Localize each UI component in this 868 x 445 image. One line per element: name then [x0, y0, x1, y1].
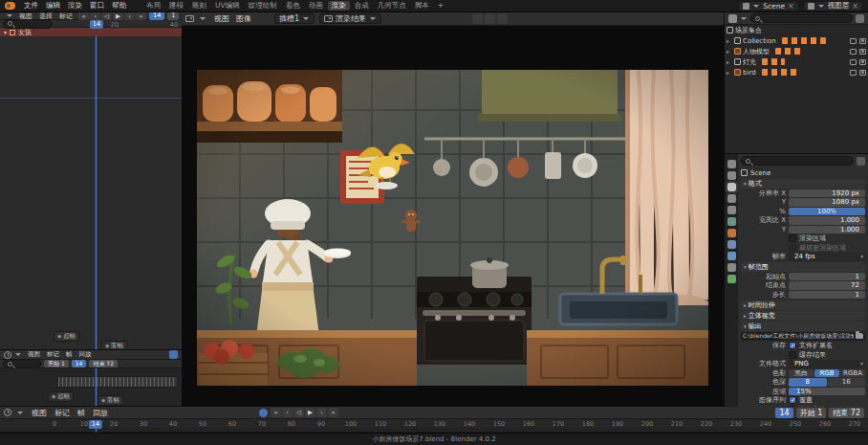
timeline-editor-icon[interactable]: [4, 351, 11, 359]
timeline-menu[interactable]: 标记: [44, 350, 62, 360]
start-frame-field[interactable]: 开始 1: [44, 360, 69, 367]
screen-visibility-icon[interactable]: [850, 59, 857, 65]
disclosure-icon[interactable]: ▸: [727, 69, 732, 76]
frame-start-field[interactable]: 1: [789, 273, 865, 281]
timeline-menu[interactable]: 帧: [75, 407, 88, 419]
timeline-editor-icon[interactable]: [4, 409, 11, 416]
color-mode-button[interactable]: RGB: [814, 369, 839, 378]
crop-region-checkbox[interactable]: [789, 244, 796, 252]
panel-format-header[interactable]: 格式: [741, 179, 865, 189]
unlink-icon[interactable]: ×: [852, 2, 858, 11]
workspace-tab[interactable]: 脚本: [411, 1, 433, 11]
timeline-marker[interactable]: 起幅: [48, 391, 74, 402]
transport-button[interactable]: ›: [316, 408, 327, 417]
image-canvas[interactable]: [182, 26, 724, 407]
workspace-tab[interactable]: UV编辑: [211, 1, 244, 11]
compression-slider[interactable]: 15%: [789, 388, 865, 396]
transport-button[interactable]: ◁: [293, 408, 304, 417]
blender-logo-icon[interactable]: [5, 2, 15, 10]
color-mode-button[interactable]: 黑白: [789, 369, 814, 378]
workspace-tab[interactable]: 动画: [305, 1, 327, 11]
properties-tab-constraints[interactable]: [727, 263, 736, 272]
workspace-tab[interactable]: 雕刻: [188, 1, 210, 11]
workspace-tab[interactable]: +: [434, 1, 447, 11]
properties-tab-modifiers[interactable]: [727, 240, 736, 249]
frame-end-field[interactable]: 72: [789, 281, 865, 290]
timeline-menu[interactable]: 帧: [63, 350, 76, 360]
transport-button[interactable]: ▶: [305, 408, 315, 417]
menu[interactable]: 文件: [21, 0, 41, 11]
options-icon[interactable]: [857, 157, 865, 166]
properties-tab-tool[interactable]: [727, 160, 736, 168]
workspace-tab[interactable]: 渲染: [328, 1, 350, 11]
color-depth-button[interactable]: 8: [789, 378, 827, 387]
channel-row-selected[interactable]: 女孩: [0, 28, 182, 36]
timeline-menu[interactable]: 回放: [76, 350, 95, 360]
display-image-dropdown[interactable]: 渲染结果: [319, 13, 381, 24]
end-frame-field[interactable]: 结束 72: [89, 360, 118, 367]
playhead-badge[interactable]: 14: [90, 20, 103, 29]
menu[interactable]: 窗口: [87, 0, 107, 11]
res-y-field[interactable]: 1080 px: [789, 198, 865, 207]
panel-stereoscopy-header[interactable]: 立体视觉: [741, 311, 865, 321]
properties-tab-physics[interactable]: [727, 252, 736, 260]
color-depth-button[interactable]: 16: [828, 378, 866, 387]
panel-time-stretch-header[interactable]: 时间拉伸: [741, 300, 865, 310]
dope-canvas[interactable]: 起幅 落幅: [0, 36, 182, 349]
screen-visibility-icon[interactable]: [850, 38, 857, 44]
dope-ruler[interactable]: 14 2040: [55, 20, 179, 28]
unlink-icon[interactable]: ×: [788, 2, 794, 11]
search-input[interactable]: [3, 359, 41, 368]
outliner-row-bird[interactable]: ▸ bird: [725, 67, 868, 78]
timeline-canvas[interactable]: [0, 428, 868, 432]
workspace-tab[interactable]: 建模: [165, 1, 187, 11]
menu[interactable]: 帮助: [109, 0, 129, 11]
outliner-editor-icon[interactable]: [728, 14, 737, 23]
folder-browse-icon[interactable]: [856, 333, 863, 339]
timeline-marker[interactable]: 起幅: [54, 331, 79, 342]
pin-icon[interactable]: [472, 13, 483, 24]
timeline-ruler[interactable]: 14 0102030405060708090100110120130140150…: [0, 419, 868, 433]
playhead-badge[interactable]: 14: [89, 420, 102, 429]
menu[interactable]: 编辑: [43, 0, 63, 11]
transport-button[interactable]: ‹: [282, 408, 293, 417]
render-visibility-icon[interactable]: [859, 59, 866, 65]
panel-frame-range-header[interactable]: 帧范围: [741, 262, 865, 272]
playhead[interactable]: [96, 36, 97, 349]
render-region-checkbox[interactable]: [789, 234, 796, 242]
mini-timeline-canvas[interactable]: 起幅 落幅: [0, 368, 182, 406]
end-frame-field[interactable]: 结束 72: [829, 408, 864, 418]
aspect-y-field[interactable]: 1.000: [789, 226, 865, 234]
aspect-x-field[interactable]: 1.000: [789, 216, 865, 225]
current-frame-field[interactable]: 14: [72, 360, 87, 367]
screen-visibility-icon[interactable]: [850, 49, 857, 55]
timeline-menu[interactable]: 视图: [29, 407, 50, 419]
disclosure-icon[interactable]: ▸: [727, 58, 732, 65]
filter-icon[interactable]: [856, 14, 864, 23]
scene-selector[interactable]: Scene ×: [738, 1, 799, 11]
file-extensions-checkbox[interactable]: [789, 342, 796, 349]
outliner-row-scene-collection[interactable]: 场景集合: [725, 25, 868, 35]
properties-tab-render[interactable]: [727, 171, 736, 180]
outliner-row-collection[interactable]: ▸ Collection: [725, 35, 868, 46]
workspace-tab[interactable]: 合成: [351, 1, 373, 11]
properties-tab-scene[interactable]: [727, 206, 736, 214]
res-x-field[interactable]: 1920 px: [789, 189, 865, 198]
workspace-tab[interactable]: 布局: [142, 1, 164, 11]
current-frame-field[interactable]: 14: [775, 408, 792, 418]
panel-output-header[interactable]: 输出: [741, 322, 865, 331]
color-mode-button[interactable]: RGBA: [840, 369, 865, 378]
render-visibility-icon[interactable]: [859, 49, 866, 55]
res-pct-slider[interactable]: 100%: [789, 208, 865, 216]
render-visibility-icon[interactable]: [859, 70, 866, 76]
transport-button[interactable]: «: [271, 408, 281, 417]
properties-tab-object-data[interactable]: [727, 275, 736, 283]
overwrite-checkbox[interactable]: [789, 396, 796, 404]
timeline-marker[interactable]: 落幅: [98, 395, 123, 406]
render-visibility-icon[interactable]: [859, 38, 866, 44]
playhead[interactable]: [96, 368, 97, 406]
fps-dropdown[interactable]: 24 fps: [789, 253, 865, 261]
workspace-tab[interactable]: 着色: [282, 1, 304, 11]
menu[interactable]: 渲染: [65, 0, 85, 11]
transport-button[interactable]: »: [328, 408, 338, 417]
